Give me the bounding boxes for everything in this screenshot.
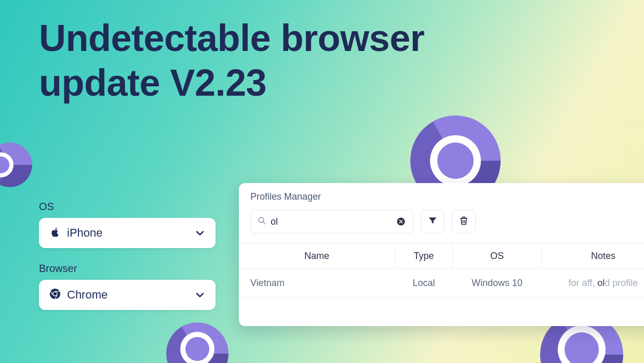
notes-pre: for aff, [569,278,598,288]
clear-search-button[interactable] [395,216,407,227]
filter-button[interactable] [421,210,445,234]
os-label: OS [39,201,216,213]
table-row[interactable]: Vietnam Local Windows 10 for aff, old pr… [239,269,644,298]
cell-name: Vietnam [239,278,395,289]
headline: Undetectable browser update V2.23 [39,16,424,106]
search-field[interactable] [250,210,413,234]
svg-line-4 [263,222,265,224]
cell-type: Local [395,278,452,289]
apple-icon [49,226,61,240]
notes-post: d profile [605,278,638,288]
headline-line-1: Undetectable browser [39,16,424,60]
browser-select-value: Chrome [67,288,108,302]
cell-notes: for aff, old profile [542,278,644,289]
profiles-table: Name Type OS Notes Vietnam Local Windows… [239,243,644,326]
search-input[interactable] [271,216,391,227]
col-type: Type [395,251,452,262]
headline-line-2: update V2.23 [39,60,424,105]
brand-logo-icon [0,142,32,187]
chrome-icon [49,288,61,302]
config-selects: OS iPhone Browser [39,201,216,310]
col-notes: Notes [542,251,644,262]
brand-logo-icon [166,322,229,363]
chevron-down-icon [195,228,205,238]
filter-icon [427,215,438,228]
profiles-manager-panel: Profiles Manager [239,183,644,326]
trash-icon [459,215,469,228]
search-icon [257,216,266,227]
chevron-down-icon [195,290,205,300]
col-os: OS [453,251,541,262]
panel-title: Profiles Manager [239,183,644,205]
delete-button[interactable] [452,210,476,234]
os-select[interactable]: iPhone [39,218,216,248]
promo-canvas: Undetectable browser update V2.23 OS iPh… [0,0,644,363]
cell-os: Windows 10 [453,278,541,289]
os-select-value: iPhone [67,226,103,240]
table-header: Name Type OS Notes [239,243,644,269]
browser-label: Browser [39,263,216,275]
col-name: Name [239,251,395,262]
svg-point-2 [53,292,57,296]
notes-match: ol [597,278,605,288]
table-empty-space [239,298,644,326]
panel-toolbar [239,205,644,243]
browser-select[interactable]: Chrome [39,280,216,310]
